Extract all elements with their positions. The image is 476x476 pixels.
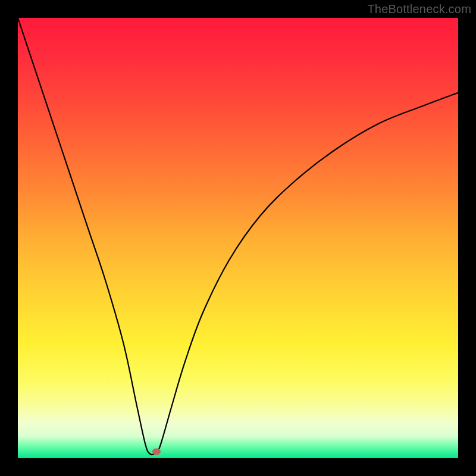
curve-svg	[18, 18, 458, 458]
chart-frame: TheBottleneck.com	[0, 0, 476, 476]
watermark-text: TheBottleneck.com	[367, 2, 471, 16]
bottleneck-curve	[18, 18, 458, 455]
plot-area	[18, 18, 458, 458]
curve-layer	[18, 18, 458, 458]
optimal-point-marker	[152, 448, 161, 455]
